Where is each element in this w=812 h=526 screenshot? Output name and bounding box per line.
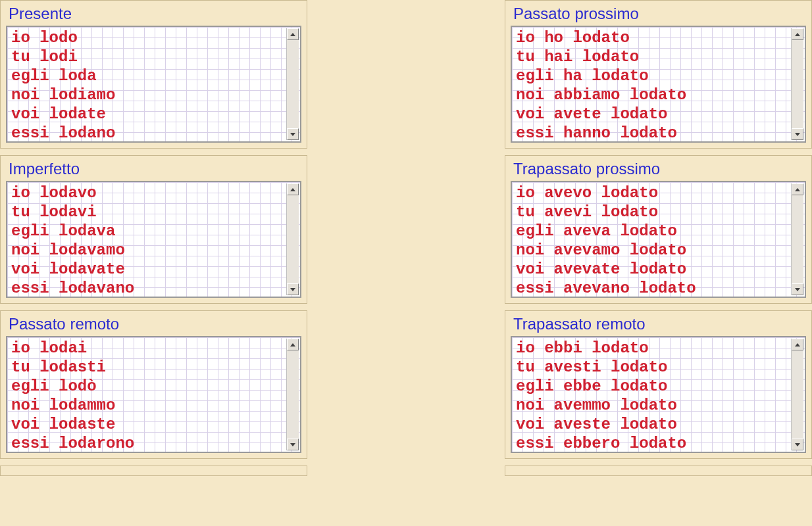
tense-cell-passato-prossimo: Passato prossimo io ho lodato tu hai lod… xyxy=(505,0,812,149)
conjugation-line: essi lodarono xyxy=(11,434,286,453)
scroll-up-button[interactable] xyxy=(792,183,803,195)
conjugation-line: noi lodammo xyxy=(11,396,286,415)
scroll-up-button[interactable] xyxy=(287,183,299,195)
scroll-track[interactable] xyxy=(287,350,299,439)
chevron-up-icon xyxy=(795,343,800,347)
conjugation-line: tu lodavi xyxy=(11,203,286,222)
scrollbar[interactable] xyxy=(286,183,299,295)
conjugation-line: io avevo lodato xyxy=(516,183,790,203)
chevron-down-icon xyxy=(290,443,295,446)
conjugation-line: tu lodasti xyxy=(11,358,286,377)
conjugation-line: essi avevano lodato xyxy=(516,279,790,298)
conjugation-textarea-passato-prossimo[interactable]: io ho lodato tu hai lodato egli ha lodat… xyxy=(511,26,806,143)
conjugation-line: noi avemmo lodato xyxy=(516,396,790,415)
chevron-up-icon xyxy=(290,343,295,347)
tense-cell-presente: Presente io lodo tu lodi egli loda noi l… xyxy=(0,0,307,149)
conjugation-line: essi ebbero lodato xyxy=(516,434,790,453)
conjugation-line: io lodo xyxy=(11,28,286,47)
chevron-down-icon xyxy=(795,133,800,136)
conjugation-line: noi lodiamo xyxy=(11,85,286,105)
chevron-up-icon xyxy=(290,188,295,191)
scroll-up-button[interactable] xyxy=(287,339,299,350)
conjugation-textarea-trapassato-remoto[interactable]: io ebbi lodato tu avesti lodato egli ebb… xyxy=(511,336,806,453)
scroll-down-button[interactable] xyxy=(792,283,803,295)
conjugation-textarea-trapassato-prossimo[interactable]: io avevo lodato tu avevi lodato egli ave… xyxy=(511,181,806,298)
conjugation-line: egli ha lodato xyxy=(516,66,790,85)
chevron-down-icon xyxy=(290,288,295,291)
scrollbar[interactable] xyxy=(791,339,803,450)
tense-title: Trapassato remoto xyxy=(513,315,806,333)
tense-title: Imperfetto xyxy=(9,160,301,178)
chevron-up-icon xyxy=(795,188,800,191)
tense-title: Passato prossimo xyxy=(513,5,806,23)
chevron-down-icon xyxy=(795,443,800,446)
conjugation-line: voi aveste lodato xyxy=(516,415,790,434)
tense-cell-next-left xyxy=(0,466,307,476)
scroll-down-button[interactable] xyxy=(287,283,299,295)
conjugation-line: noi avevamo lodato xyxy=(516,241,790,260)
conjugation-textarea-passato-remoto[interactable]: io lodai tu lodasti egli lodò noi lodamm… xyxy=(6,336,301,453)
tense-title: Presente xyxy=(9,5,301,23)
conjugation-line: io ebbi lodato xyxy=(516,339,790,358)
conjugation-line: egli lodò xyxy=(11,377,286,396)
tense-title: Passato remoto xyxy=(9,315,301,333)
conjugation-grid: Presente io lodo tu lodi egli loda noi l… xyxy=(0,0,812,476)
scroll-track[interactable] xyxy=(792,40,803,128)
conjugation-line: noi lodavamo xyxy=(11,241,286,260)
conjugation-line: tu lodi xyxy=(11,47,286,66)
conjugation-line: voi lodavate xyxy=(11,260,286,279)
conjugation-line: tu avesti lodato xyxy=(516,358,790,377)
conjugation-line: essi lodano xyxy=(11,124,286,143)
scroll-down-button[interactable] xyxy=(287,128,299,140)
conjugation-line: io ho lodato xyxy=(516,28,790,47)
scroll-track[interactable] xyxy=(792,350,803,439)
conjugation-line: io lodavo xyxy=(11,183,286,203)
conjugation-line: io lodai xyxy=(11,339,286,358)
conjugation-line: voi lodate xyxy=(11,105,286,124)
conjugation-line: tu hai lodato xyxy=(516,47,790,66)
conjugation-line: essi lodavano xyxy=(11,279,286,298)
conjugation-line: egli lodava xyxy=(11,222,286,241)
conjugation-line: egli loda xyxy=(11,66,286,85)
conjugation-line: egli aveva lodato xyxy=(516,222,790,241)
tense-cell-next-right xyxy=(505,466,812,476)
conjugation-line: noi abbiamo lodato xyxy=(516,85,790,105)
scrollbar[interactable] xyxy=(286,28,299,140)
scroll-track[interactable] xyxy=(287,40,299,128)
conjugation-line: tu avevi lodato xyxy=(516,203,790,222)
chevron-down-icon xyxy=(290,133,295,136)
conjugation-line: voi avevate lodato xyxy=(516,260,790,279)
conjugation-line: voi avete lodato xyxy=(516,105,790,124)
chevron-up-icon xyxy=(795,33,800,36)
scroll-up-button[interactable] xyxy=(792,28,803,40)
scroll-up-button[interactable] xyxy=(792,339,803,350)
scrollbar[interactable] xyxy=(791,28,803,140)
tense-cell-trapassato-prossimo: Trapassato prossimo io avevo lodato tu a… xyxy=(505,155,812,304)
scrollbar[interactable] xyxy=(791,183,803,295)
scrollbar[interactable] xyxy=(286,339,299,450)
chevron-down-icon xyxy=(795,288,800,291)
conjugation-line: egli ebbe lodato xyxy=(516,377,790,396)
scroll-down-button[interactable] xyxy=(792,439,803,450)
scroll-track[interactable] xyxy=(287,195,299,283)
scroll-down-button[interactable] xyxy=(287,439,299,450)
tense-title: Trapassato prossimo xyxy=(513,160,806,178)
tense-cell-trapassato-remoto: Trapassato remoto io ebbi lodato tu aves… xyxy=(505,310,812,459)
scroll-track[interactable] xyxy=(792,195,803,283)
conjugation-textarea-presente[interactable]: io lodo tu lodi egli loda noi lodiamo vo… xyxy=(6,26,301,143)
chevron-up-icon xyxy=(290,33,295,36)
tense-cell-imperfetto: Imperfetto io lodavo tu lodavi egli loda… xyxy=(0,155,307,304)
conjugation-textarea-imperfetto[interactable]: io lodavo tu lodavi egli lodava noi loda… xyxy=(6,181,301,298)
tense-cell-passato-remoto: Passato remoto io lodai tu lodasti egli … xyxy=(0,310,307,459)
scroll-down-button[interactable] xyxy=(792,128,803,140)
scroll-up-button[interactable] xyxy=(287,28,299,40)
conjugation-line: voi lodaste xyxy=(11,415,286,434)
conjugation-line: essi hanno lodato xyxy=(516,124,790,143)
